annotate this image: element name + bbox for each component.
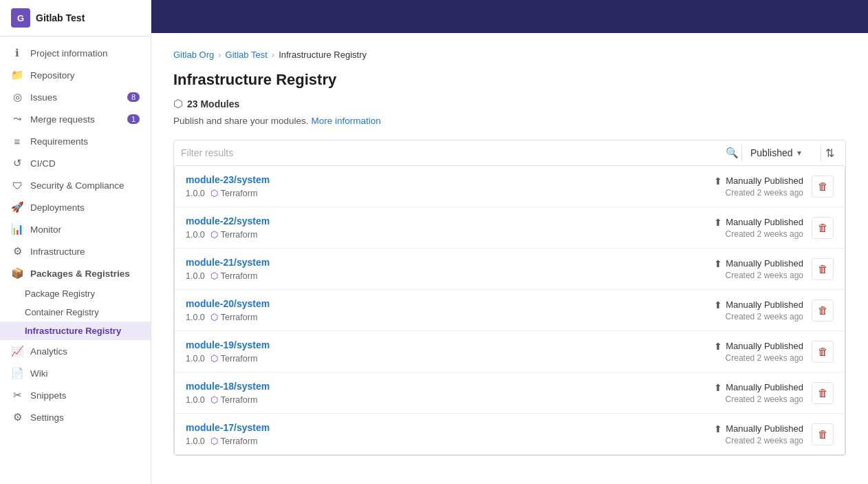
nav-label-requirements: Requirements bbox=[30, 136, 88, 147]
sidebar-item-infrastructure[interactable]: ⚙ Infrastructure bbox=[0, 240, 151, 262]
table-row: module-22/system 1.0.0 ⬡ Terraform ⬆ Man… bbox=[175, 207, 845, 249]
sidebar-item-snippets[interactable]: ✂ Snippets bbox=[0, 384, 151, 406]
sidebar-item-project-information[interactable]: ℹ Project information bbox=[0, 42, 151, 64]
publish-icon-6: ⬆ bbox=[714, 423, 722, 434]
delete-button-5[interactable]: 🗑 bbox=[812, 382, 834, 404]
module-meta-2: 1.0.0 ⬡ Terraform bbox=[186, 271, 714, 281]
module-name-1[interactable]: module-22/system bbox=[186, 215, 714, 227]
sidebar-item-cicd[interactable]: ↺ CI/CD bbox=[0, 152, 151, 174]
module-name-6[interactable]: module-17/system bbox=[186, 422, 714, 433]
sidebar-item-repository[interactable]: 📁 Repository bbox=[0, 64, 151, 86]
nav-icon-merge-requests: ⤳ bbox=[11, 113, 23, 125]
module-version-5: 1.0.0 bbox=[186, 395, 205, 405]
nav-icon-deployments: 🚀 bbox=[11, 201, 23, 213]
terraform-icon-1: ⬡ bbox=[210, 229, 218, 240]
sidebar-item-package-registry[interactable]: Package Registry bbox=[0, 284, 151, 303]
status-published-3: ⬆ Manually Published bbox=[714, 299, 803, 311]
filter-dropdown[interactable]: Published ▾ bbox=[745, 147, 821, 158]
filter-dropdown-label: Published bbox=[750, 147, 793, 158]
module-type-3: ⬡ Terraform bbox=[210, 312, 257, 322]
sidebar: G Gitlab Test ℹ Project information 📁 Re… bbox=[0, 0, 151, 484]
nav-label-settings: Settings bbox=[30, 412, 64, 423]
status-published-6: ⬆ Manually Published bbox=[714, 423, 803, 434]
delete-button-4[interactable]: 🗑 bbox=[812, 341, 834, 363]
publish-icon-4: ⬆ bbox=[714, 341, 722, 352]
sidebar-item-settings[interactable]: ⚙ Settings bbox=[0, 406, 151, 428]
nav-icon-monitor: 📊 bbox=[11, 223, 23, 235]
sidebar-item-merge-requests[interactable]: ⤳ Merge requests 1 bbox=[0, 108, 151, 130]
module-name-0[interactable]: module-23/system bbox=[186, 174, 714, 185]
sidebar-item-deployments[interactable]: 🚀 Deployments bbox=[0, 196, 151, 218]
module-status-5: ⬆ Manually Published Created 2 weeks ago bbox=[714, 382, 803, 404]
sidebar-item-analytics[interactable]: 📈 Analytics bbox=[0, 340, 151, 362]
breadcrumb-gitlab-org[interactable]: Gitlab Org bbox=[173, 50, 214, 60]
table-row: module-23/system 1.0.0 ⬡ Terraform ⬆ Man… bbox=[175, 166, 845, 207]
sidebar-item-monitor[interactable]: 📊 Monitor bbox=[0, 218, 151, 240]
terraform-icon-3: ⬡ bbox=[210, 312, 218, 322]
terraform-modules-icon: ⬡ bbox=[173, 97, 183, 110]
delete-button-3[interactable]: 🗑 bbox=[812, 299, 834, 322]
module-meta-3: 1.0.0 ⬡ Terraform bbox=[186, 312, 714, 322]
module-created-4: Created 2 weeks ago bbox=[726, 353, 803, 363]
status-label-5: Manually Published bbox=[726, 382, 803, 392]
breadcrumb-sep-2: › bbox=[272, 50, 274, 60]
more-info-link[interactable]: More information bbox=[311, 116, 380, 126]
nav-label-deployments: Deployments bbox=[30, 202, 85, 213]
sidebar-item-issues[interactable]: ◎ Issues 8 bbox=[0, 86, 151, 108]
module-type-6: ⬡ Terraform bbox=[210, 436, 257, 446]
module-created-1: Created 2 weeks ago bbox=[726, 229, 803, 239]
nav-icon-settings: ⚙ bbox=[11, 411, 23, 423]
terraform-icon-4: ⬡ bbox=[210, 353, 218, 364]
publish-icon-2: ⬆ bbox=[714, 258, 722, 269]
status-label-4: Manually Published bbox=[726, 341, 803, 351]
delete-button-6[interactable]: 🗑 bbox=[812, 423, 834, 445]
status-published-5: ⬆ Manually Published bbox=[714, 382, 803, 393]
filter-input[interactable] bbox=[181, 147, 726, 158]
main-content: Gitlab Org › Gitlab Test › Infrastructur… bbox=[151, 0, 868, 484]
project-name: Gitlab Test bbox=[36, 12, 85, 23]
module-name-3[interactable]: module-20/system bbox=[186, 298, 714, 309]
modules-count: ⬡ 23 Modules bbox=[173, 97, 846, 110]
delete-button-2[interactable]: 🗑 bbox=[812, 258, 834, 280]
sidebar-item-container-registry[interactable]: Container Registry bbox=[0, 303, 151, 322]
breadcrumb-gitlab-test[interactable]: Gitlab Test bbox=[226, 50, 268, 60]
module-created-6: Created 2 weeks ago bbox=[726, 436, 803, 445]
search-icon[interactable]: 🔍 bbox=[726, 147, 739, 159]
terraform-icon-0: ⬡ bbox=[210, 188, 218, 198]
module-meta-0: 1.0.0 ⬡ Terraform bbox=[186, 188, 714, 198]
nav-badge-issues: 8 bbox=[127, 92, 140, 102]
module-status-0: ⬆ Manually Published Created 2 weeks ago bbox=[714, 176, 803, 198]
description: Publish and share your modules. More inf… bbox=[173, 116, 846, 126]
module-version-1: 1.0.0 bbox=[186, 230, 205, 240]
nav-icon-snippets: ✂ bbox=[11, 389, 23, 401]
module-info-6: module-17/system 1.0.0 ⬡ Terraform bbox=[186, 422, 714, 446]
sidebar-item-infrastructure-registry[interactable]: Infrastructure Registry bbox=[0, 322, 151, 340]
nav-icon-repository: 📁 bbox=[11, 69, 23, 81]
module-info-4: module-19/system 1.0.0 ⬡ Terraform bbox=[186, 339, 714, 364]
module-list: module-23/system 1.0.0 ⬡ Terraform ⬆ Man… bbox=[174, 165, 845, 455]
sidebar-item-wiki[interactable]: 📄 Wiki bbox=[0, 362, 151, 384]
breadcrumb-current: Infrastructure Registry bbox=[279, 50, 367, 60]
module-type-5: ⬡ Terraform bbox=[210, 394, 257, 405]
module-list-container: 🔍 Published ▾ ⇅ module-23/system 1.0.0 ⬡… bbox=[173, 140, 846, 456]
module-meta-4: 1.0.0 ⬡ Terraform bbox=[186, 353, 714, 364]
module-name-2[interactable]: module-21/system bbox=[186, 257, 714, 268]
module-info-1: module-22/system 1.0.0 ⬡ Terraform bbox=[186, 215, 714, 240]
nav-label-analytics: Analytics bbox=[30, 346, 67, 357]
module-name-5[interactable]: module-18/system bbox=[186, 381, 714, 392]
sidebar-item-security-compliance[interactable]: 🛡 Security & Compliance bbox=[0, 174, 151, 196]
sort-icon[interactable]: ⇅ bbox=[821, 145, 838, 161]
delete-button-0[interactable]: 🗑 bbox=[812, 176, 834, 198]
topbar bbox=[151, 0, 868, 33]
module-status-1: ⬆ Manually Published Created 2 weeks ago bbox=[714, 217, 803, 239]
status-label-0: Manually Published bbox=[726, 176, 803, 186]
delete-button-1[interactable]: 🗑 bbox=[812, 217, 834, 239]
module-created-0: Created 2 weeks ago bbox=[726, 188, 803, 198]
module-name-4[interactable]: module-19/system bbox=[186, 339, 714, 350]
publish-icon-1: ⬆ bbox=[714, 217, 722, 228]
sidebar-item-packages-registries[interactable]: 📦 Packages & Registries bbox=[0, 262, 151, 284]
table-row: module-20/system 1.0.0 ⬡ Terraform ⬆ Man… bbox=[175, 290, 845, 331]
sidebar-item-requirements[interactable]: ≡ Requirements bbox=[0, 130, 151, 152]
terraform-icon-6: ⬡ bbox=[210, 436, 218, 446]
status-label-3: Manually Published bbox=[726, 299, 803, 310]
